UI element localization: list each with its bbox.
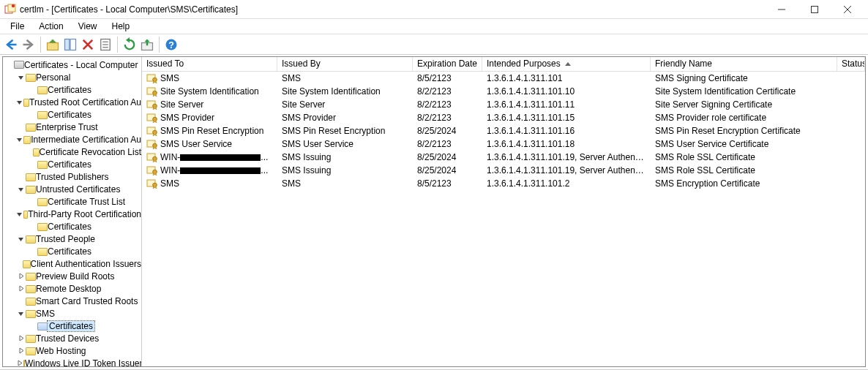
twisty-spacer — [16, 297, 25, 306]
cell-friendly-name: SMS Role SSL Certificate — [651, 152, 837, 162]
table-row[interactable]: WIN-...SMS Issuing8/25/20241.3.6.1.4.1.3… — [142, 151, 865, 164]
tree-node-label: Intermediate Certification Au — [31, 135, 141, 145]
tree-node-label: Trusted Root Certification Au — [29, 97, 141, 107]
help-button[interactable]: ? — [163, 37, 179, 53]
cell-expiration: 8/2/2123 — [413, 86, 482, 97]
certificate-icon — [146, 113, 158, 123]
chevron-down-icon[interactable] — [16, 309, 25, 318]
table-row[interactable]: SMS User ServiceSMS User Service8/2/2123… — [142, 137, 865, 151]
tree-node[interactable]: Certificates — [3, 320, 141, 332]
export-button[interactable] — [139, 37, 155, 53]
tree-node[interactable]: Certificates — [3, 245, 141, 257]
close-button[interactable] — [831, 0, 864, 18]
tree-node[interactable]: Trusted Root Certification Au — [3, 96, 141, 108]
table-row[interactable]: Site ServerSite Server8/2/21231.3.6.1.4.… — [142, 98, 865, 111]
column-header[interactable]: Friendly Name — [651, 57, 837, 71]
chevron-right-icon[interactable] — [16, 284, 25, 293]
column-header[interactable]: Status — [837, 57, 865, 71]
properties-button[interactable] — [97, 37, 113, 53]
tree-node[interactable]: Certificates — [3, 158, 141, 170]
tree-node[interactable]: Personal — [3, 71, 141, 83]
tree-node-label: Trusted Devices — [36, 333, 99, 344]
chevron-down-icon[interactable] — [16, 73, 25, 82]
tree-node[interactable]: Third-Party Root Certification — [3, 208, 141, 220]
cell-purpose: 1.3.6.1.4.1.311.101.19, Server Authentic… — [482, 152, 651, 162]
tree-node[interactable]: Certificate Revocation List — [3, 146, 141, 158]
tree-node[interactable]: Trusted Publishers — [3, 170, 141, 183]
refresh-button[interactable] — [121, 37, 138, 53]
cell-purpose: 1.3.6.1.4.1.311.101 — [482, 73, 651, 83]
tree-pane[interactable]: Certificates - Local ComputerPersonalCer… — [3, 57, 142, 366]
cell-expiration: 8/5/2123 — [413, 73, 482, 83]
table-row[interactable]: SMS Pin Reset EncryptionSMS Pin Reset En… — [142, 124, 865, 137]
tree-node[interactable]: Preview Build Roots — [3, 270, 141, 282]
up-button[interactable] — [45, 37, 61, 53]
column-header[interactable]: Expiration Date — [413, 57, 482, 71]
column-header[interactable]: Issued To — [142, 57, 277, 71]
chevron-right-icon[interactable] — [16, 334, 25, 343]
tree-node[interactable]: Untrusted Certificates — [3, 183, 141, 195]
maximize-button[interactable] — [798, 0, 831, 18]
folder-icon — [23, 136, 31, 144]
menu-help[interactable]: Help — [105, 20, 138, 33]
back-button[interactable] — [3, 37, 19, 53]
show-hide-tree-button[interactable] — [62, 37, 78, 53]
chevron-down-icon[interactable] — [16, 210, 23, 219]
tree-node[interactable]: Remote Desktop — [3, 282, 141, 295]
cell-purpose: 1.3.6.1.4.1.311.101.15 — [482, 113, 651, 123]
table-row[interactable]: Site System IdentificationSite System Id… — [142, 85, 865, 98]
cell-issued-by: SMS Provider — [277, 113, 413, 123]
delete-button[interactable] — [80, 37, 96, 53]
chevron-down-icon[interactable] — [16, 98, 23, 107]
tree-node[interactable]: Certificates - Local Computer — [3, 58, 141, 71]
table-row[interactable]: SMSSMS8/5/21231.3.6.1.4.1.311.101SMS Sig… — [142, 72, 865, 85]
chevron-right-icon[interactable] — [16, 359, 23, 367]
tree-node-label: Personal — [36, 72, 70, 83]
tree-node[interactable]: Certificates — [3, 108, 141, 121]
tree-node[interactable]: Client Authentication Issuers — [3, 257, 141, 270]
menu-file[interactable]: File — [3, 20, 31, 33]
tree-node[interactable]: Certificates — [3, 83, 141, 96]
folder-icon — [37, 223, 48, 231]
table-row[interactable]: SMSSMS8/5/21231.3.6.1.4.1.311.101.2SMS E… — [142, 177, 865, 190]
tree-node[interactable]: Windows Live ID Token Issuer — [3, 357, 141, 366]
svg-point-26 — [153, 105, 157, 109]
twisty-spacer — [28, 247, 37, 256]
minimize-button[interactable] — [765, 0, 798, 18]
forward-button[interactable] — [20, 37, 37, 53]
tree-node-label: Certificates — [48, 110, 91, 120]
svg-point-2 — [12, 4, 15, 7]
menu-action[interactable]: Action — [31, 20, 70, 33]
twisty-spacer — [16, 173, 25, 181]
cell-friendly-name: Site System Identification Certificate — [651, 86, 837, 97]
tree-node[interactable]: Intermediate Certification Au — [3, 133, 141, 146]
column-header[interactable]: Intended Purposes — [482, 57, 651, 71]
tree-node[interactable]: Trusted Devices — [3, 332, 141, 344]
tree-node[interactable]: Certificate Trust List — [3, 195, 141, 208]
folder-icon — [37, 161, 48, 169]
tree-node-label: Smart Card Trusted Roots — [36, 296, 138, 306]
folder-icon — [37, 248, 48, 256]
tree-node[interactable]: SMS — [3, 307, 141, 320]
chevron-down-icon[interactable] — [16, 185, 25, 194]
table-row[interactable]: SMS ProviderSMS Provider8/2/21231.3.6.1.… — [142, 111, 865, 124]
column-header[interactable]: Issued By — [277, 57, 413, 71]
cell-issued-by: SMS Issuing — [277, 165, 413, 175]
tree-node[interactable]: Smart Card Trusted Roots — [3, 295, 141, 307]
chevron-down-icon[interactable] — [16, 235, 25, 243]
cell-issued-to: SMS Pin Reset Encryption — [142, 126, 277, 137]
twisty-spacer — [28, 148, 32, 156]
tree-node[interactable]: Web Hosting — [3, 344, 141, 357]
tree-node[interactable]: Certificates — [3, 220, 141, 233]
certificate-icon — [146, 178, 158, 189]
chevron-right-icon[interactable] — [16, 272, 25, 281]
chevron-down-icon[interactable] — [16, 135, 23, 144]
tree-node[interactable]: Enterprise Trust — [3, 121, 141, 133]
table-row[interactable]: WIN-...SMS Issuing8/25/20241.3.6.1.4.1.3… — [142, 164, 865, 177]
tree-node[interactable]: Trusted People — [3, 233, 141, 245]
chevron-right-icon[interactable] — [16, 347, 25, 355]
cell-issued-by: Site System Identification — [277, 86, 413, 97]
list-rows[interactable]: SMSSMS8/5/21231.3.6.1.4.1.311.101SMS Sig… — [142, 72, 865, 366]
menu-view[interactable]: View — [71, 20, 105, 33]
svg-rect-9 — [48, 42, 59, 50]
